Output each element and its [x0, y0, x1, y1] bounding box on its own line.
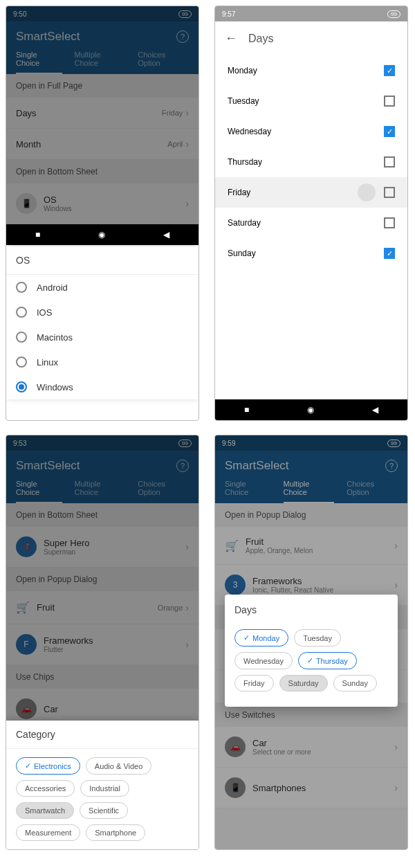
row-frameworks[interactable]: FFrameworksFlutter ›	[6, 624, 199, 665]
row-days[interactable]: Days Friday›	[6, 98, 199, 129]
app-title: SmartSelect	[16, 459, 80, 473]
checkbox-icon: ✓	[384, 126, 395, 137]
chip-sunday[interactable]: Sunday	[333, 675, 377, 691]
status-icons: 99	[387, 10, 400, 18]
check-saturday[interactable]: Saturday	[215, 208, 407, 238]
chevron-right-icon: ›	[185, 639, 189, 650]
chip-scientific[interactable]: Scientific	[80, 802, 128, 819]
sheet-title: Category	[6, 721, 199, 749]
android-nav-bar: ■ ◉ ◀	[215, 399, 407, 420]
tab-multiple-choice[interactable]: Multiple Choice	[75, 480, 126, 503]
status-time: 9:57	[222, 10, 235, 18]
radio-icon	[16, 381, 27, 392]
check-tuesday[interactable]: Tuesday	[215, 86, 407, 116]
tab-single-choice[interactable]: Single Choice	[16, 480, 62, 503]
help-icon[interactable]: ?	[176, 460, 189, 472]
touch-ripple	[358, 183, 376, 201]
chip-saturday[interactable]: Saturday	[279, 675, 328, 691]
chip-tuesday[interactable]: Tuesday	[294, 629, 341, 647]
sheet-title: OS	[6, 246, 199, 275]
section-header: Open in Bottom Sheet	[6, 160, 199, 183]
status-icons: 99	[178, 10, 192, 18]
back-icon[interactable]: ◀	[163, 230, 169, 239]
chip-thursday[interactable]: ✓Thursday	[298, 652, 357, 669]
recent-apps-icon[interactable]: ■	[35, 230, 40, 239]
app-bar: ← Days	[215, 21, 407, 55]
back-icon[interactable]: ◀	[372, 405, 378, 415]
chevron-right-icon: ›	[185, 107, 189, 118]
check-thursday[interactable]: Thursday	[215, 147, 407, 177]
status-bar: 9:50 99	[6, 6, 199, 21]
chevron-right-icon: ›	[185, 602, 189, 613]
checkbox-icon	[384, 156, 395, 168]
option-macintos[interactable]: Macintos	[6, 325, 199, 350]
chevron-right-icon: ›	[185, 198, 189, 209]
help-icon[interactable]: ?	[176, 30, 189, 43]
checkbox-icon	[384, 96, 395, 107]
check-icon: ✓	[243, 633, 250, 642]
checkbox-icon: ✓	[384, 248, 395, 259]
screen-os-bottom-sheet: 9:50 99 SmartSelect ? Single Choice Mult…	[6, 6, 199, 421]
dialog-days: Days ✓Monday Tuesday Wednesday ✓Thursday…	[225, 595, 398, 707]
bottom-sheet-category: Category ✓Electronics Audio & Video Acce…	[6, 721, 199, 849]
back-arrow-icon[interactable]: ←	[225, 31, 237, 46]
radio-icon	[16, 307, 27, 318]
chip-smartphone[interactable]: Smartphone	[86, 824, 145, 841]
tab-single-choice[interactable]: Single Choice	[16, 51, 62, 74]
check-monday[interactable]: Monday✓	[215, 55, 407, 86]
chip-electronics[interactable]: ✓Electronics	[16, 757, 80, 775]
android-nav-bar: ■ ◉ ◀	[6, 224, 199, 245]
chip-friday[interactable]: Friday	[234, 675, 274, 691]
tab-bar: Single Choice Multiple Choice Choices Op…	[16, 473, 189, 503]
tab-choices-option[interactable]: Choices Option	[138, 51, 189, 74]
section-header: Open in Bottom Sheet	[6, 503, 199, 527]
check-icon: ✓	[307, 656, 313, 665]
chip-wednesday[interactable]: Wednesday	[234, 652, 293, 669]
tab-choices-option[interactable]: Choices Option	[138, 480, 189, 503]
os-icon: 📱	[16, 193, 37, 214]
status-bar: 9:53 99	[6, 435, 199, 451]
option-ios[interactable]: IOS	[6, 300, 199, 325]
status-time: 9:50	[13, 10, 26, 18]
chevron-right-icon: ›	[185, 541, 189, 552]
check-friday[interactable]: Friday	[215, 177, 407, 208]
tab-bar: Single Choice Multiple Choice Choices Op…	[16, 44, 189, 74]
chip-accessories[interactable]: Accessories	[16, 780, 75, 797]
chip-smartwatch[interactable]: Smartwatch	[16, 802, 74, 819]
option-android[interactable]: Android	[6, 275, 199, 300]
radio-icon	[16, 282, 27, 293]
page-title: Days	[248, 33, 273, 45]
section-header: Open in Popup Dialog	[6, 568, 199, 591]
row-os[interactable]: 📱 OS Windows ›	[6, 183, 199, 224]
status-time: 9:53	[13, 440, 26, 447]
chip-measurement[interactable]: Measurement	[16, 824, 80, 841]
section-header: Open in Full Page	[6, 74, 199, 98]
chip-industrial[interactable]: Industrial	[80, 780, 129, 797]
home-icon[interactable]: ◉	[307, 405, 314, 415]
check-wednesday[interactable]: Wednesday✓	[215, 116, 407, 147]
radio-icon	[16, 332, 27, 343]
chip-audio-video[interactable]: Audio & Video	[86, 757, 152, 775]
bottom-sheet-os: OS Android IOS Macintos Linux Windows	[6, 246, 199, 399]
home-icon[interactable]: ◉	[98, 230, 105, 239]
recent-apps-icon[interactable]: ■	[244, 405, 249, 415]
tab-multiple-choice[interactable]: Multiple Choice	[75, 51, 126, 74]
avatar-icon: 🦸	[16, 536, 37, 557]
screen-days-dialog: 9:59 99 SmartSelect ? Single Choice Mult…	[214, 435, 408, 850]
avatar-icon: 🚗	[16, 698, 37, 719]
option-windows[interactable]: Windows	[6, 374, 199, 399]
row-super-hero[interactable]: 🦸Super HeroSuperman ›	[6, 527, 199, 568]
checkbox-icon	[384, 217, 395, 228]
section-header: Use Chips	[6, 665, 199, 689]
radio-icon	[16, 356, 27, 368]
row-fruit[interactable]: 🛒Fruit Orange›	[6, 591, 199, 624]
screen-days-fullpage: 9:57 99 ← Days Monday✓ Tuesday Wednesday…	[214, 6, 408, 421]
avatar-icon: F	[16, 634, 37, 655]
app-title: SmartSelect	[16, 30, 80, 44]
row-month[interactable]: Month April›	[6, 129, 199, 160]
option-linux[interactable]: Linux	[6, 350, 199, 374]
screen-category-chips: 9:53 99 SmartSelect ? Single Choice Mult…	[6, 435, 199, 850]
status-bar: 9:57 99	[215, 6, 407, 21]
check-sunday[interactable]: Sunday✓	[215, 238, 407, 269]
chip-monday[interactable]: ✓Monday	[234, 629, 288, 647]
